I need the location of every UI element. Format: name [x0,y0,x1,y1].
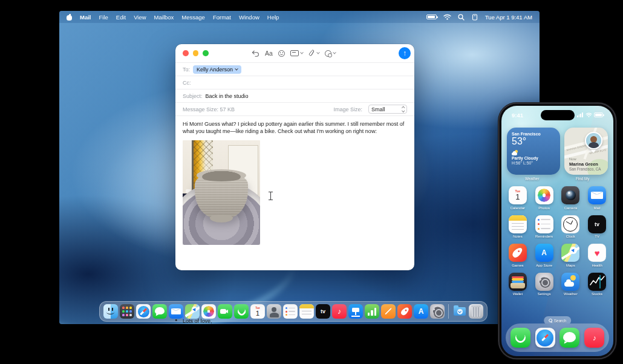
menu-mailbox[interactable]: Mailbox [154,14,174,21]
app-app-store[interactable]: AApp Store [531,244,558,267]
app-mail[interactable]: Mail [584,186,610,210]
app-settings[interactable]: Settings [531,273,558,296]
cc-field[interactable]: Cc: [175,76,414,89]
cc-label: Cc: [183,80,191,86]
dock-mail-icon[interactable] [169,304,183,319]
dock-trash-icon[interactable] [469,304,483,319]
dock-photos-icon[interactable] [201,304,216,319]
find-my-widget[interactable]: MARINA GREEN DR MARINA BLVD Now Marina G… [564,128,608,175]
dock-safari-icon[interactable] [535,328,555,348]
menu-help[interactable]: Help [267,14,279,21]
dock-downloads-icon[interactable] [452,304,467,319]
to-field[interactable]: To: Kelly Anderson [175,63,414,76]
calendar-day: 1 [515,193,520,201]
dock-keynote-icon[interactable] [348,304,363,319]
dock-launchpad-icon[interactable] [120,304,134,319]
dock-games-icon[interactable] [397,304,412,319]
dock-separator [448,304,449,319]
dock-maps-icon[interactable] [185,304,200,319]
image-size-popup[interactable]: Small [368,105,407,114]
mac-desktop: Mail File Edit View Mailbox Message Form… [59,11,540,324]
dock-settings-icon[interactable] [430,304,445,319]
app-stocks[interactable]: Stocks [584,273,610,296]
dock-tv-icon[interactable]: tv [316,304,330,319]
send-button[interactable]: ↑ [399,47,411,59]
download-arrow [457,309,463,314]
dock-safari-icon[interactable] [136,304,151,319]
calendar-icon: Tue1 [509,186,527,204]
app-health[interactable]: ♥Health [584,244,610,267]
find-my-timestamp: Now [569,157,601,161]
subject-field[interactable]: Subject: Back in the studio [175,89,414,103]
attach-control[interactable] [308,50,319,57]
close-button[interactable] [183,50,189,56]
battery-icon[interactable] [426,15,437,19]
app-clock[interactable]: Clock [558,215,584,239]
gear-icon [535,273,553,291]
dock-phone-icon[interactable] [510,328,530,348]
app-games[interactable]: Games [504,244,531,267]
app-label: Games [512,264,523,267]
app-tv[interactable]: tvTV [584,215,610,239]
dock-notes-icon[interactable] [299,304,314,319]
message-body[interactable]: Hi Mom! Guess what? I picked up pottery … [175,116,414,250]
menu-bar-clock[interactable]: Tue Apr 1 9:41 AM [485,14,532,21]
menu-view[interactable]: View [134,14,146,21]
menu-window[interactable]: Window [239,14,259,21]
menu-format[interactable]: Format [213,14,231,21]
header-fields-control[interactable] [290,50,303,56]
dock-calendar-icon[interactable]: Tue1 [250,304,265,319]
window-titlebar: Aa ↑ [175,44,414,62]
dock-numbers-icon[interactable] [365,304,379,319]
app-notes[interactable]: Notes [504,215,531,239]
search-icon[interactable] [458,14,465,21]
app-calendar[interactable]: Tue1Calendar [504,186,531,210]
tv-label: tv [595,221,599,227]
maps-arrow [570,247,577,254]
dock-pages-icon[interactable] [381,304,396,319]
heart-icon: ♥ [595,248,600,258]
app-maps[interactable]: Maps [558,244,584,267]
weather-widget[interactable]: San Francisco 53° Partly Cloudy H:56° L:… [507,128,560,175]
messages-bubble [563,332,576,342]
camera-icon [561,186,579,204]
format-icon[interactable]: Aa [265,50,273,57]
emoji-icon[interactable] [278,50,285,57]
dock-messages-icon[interactable] [152,304,167,319]
menu-edit[interactable]: Edit [116,14,126,21]
avatar [585,132,602,149]
app-wallet[interactable]: Wallet [504,273,531,296]
send-arrow-icon: ↑ [403,49,406,57]
zoom-button[interactable] [203,50,209,56]
dock-reminders-icon[interactable] [283,304,298,319]
apple-menu-icon[interactable] [67,14,72,21]
camera-lens [566,190,576,201]
pottery-photo-attachment[interactable] [183,140,260,245]
menu-message[interactable]: Message [181,14,205,21]
dock-music-icon[interactable]: ♪ [584,328,604,348]
menu-mail[interactable]: Mail [80,14,91,21]
app-reminders[interactable]: Reminders [531,215,558,239]
dock-app-store-icon[interactable]: A [414,304,428,319]
app-weather[interactable]: Weather [558,273,584,296]
minimize-button[interactable] [193,50,199,56]
dock-phone-icon[interactable] [234,304,249,319]
iphone-mirroring-icon[interactable] [471,14,478,21]
insert-media-control[interactable] [325,50,336,57]
undo-icon[interactable] [252,50,259,57]
wifi-icon[interactable] [443,14,451,20]
dock-music-icon[interactable]: ♪ [332,304,347,319]
app-label: Calendar [510,206,525,210]
menu-file[interactable]: File [99,14,108,21]
app-photos[interactable]: Photos [531,186,558,210]
app-label: Maps [566,264,575,267]
recipient-token[interactable]: Kelly Anderson [193,65,241,74]
app-camera[interactable]: Camera [558,186,584,210]
dock-contacts-icon[interactable] [267,304,281,319]
dock-messages-icon[interactable] [559,328,579,348]
dock-facetime-icon[interactable] [218,304,232,319]
dock-finder-icon[interactable] [103,304,118,319]
phone-handset [236,306,247,317]
app-label: Notes [513,235,523,238]
cellular-icon [577,112,583,117]
